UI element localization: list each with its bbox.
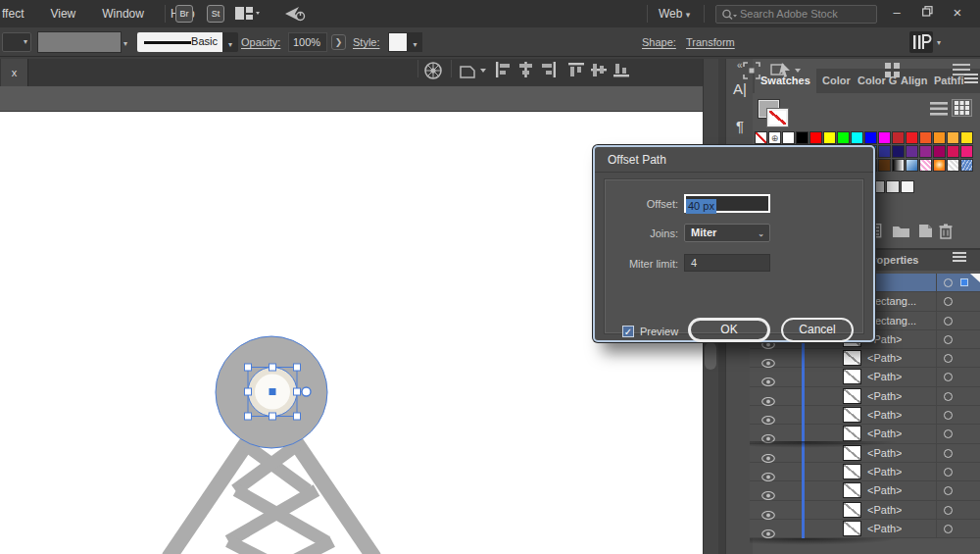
layer-thumbnail[interactable] (843, 426, 861, 441)
apps-grid-icon[interactable] (885, 63, 903, 77)
swatch-ffff00[interactable] (823, 131, 836, 144)
new-color-group-icon[interactable] (892, 224, 910, 238)
brush-definition[interactable]: Basic (137, 32, 222, 52)
fill-color-well[interactable] (37, 31, 122, 53)
align-center-v-icon[interactable] (591, 62, 608, 77)
list-view-icon[interactable] (930, 102, 948, 116)
target-circle[interactable] (944, 411, 953, 420)
layer-row-14[interactable]: <Path> (750, 520, 980, 538)
close-window-button[interactable]: × (945, 0, 970, 25)
align-center-h-icon[interactable] (517, 62, 534, 77)
swatch-ff0000[interactable] (809, 131, 822, 144)
swatch-d4145a[interactable] (947, 145, 959, 158)
scrollbar-thumb[interactable] (705, 342, 716, 370)
target-circle[interactable] (944, 486, 953, 495)
target-circle[interactable] (944, 506, 953, 515)
swatch-grad-blue[interactable] (906, 159, 918, 172)
transform-label[interactable]: Transform (686, 27, 735, 57)
layer-row-11[interactable]: <Path> (750, 463, 980, 481)
workspace-dropdown[interactable]: Web ▾ (659, 0, 690, 28)
swatch-grad-gray[interactable] (892, 159, 905, 172)
target-circle[interactable] (944, 525, 953, 533)
swatch-ffde17[interactable] (960, 131, 973, 144)
properties-panel-toggle[interactable] (909, 31, 933, 53)
layer-thumbnail[interactable] (843, 464, 861, 479)
swatch-0000ff[interactable] (864, 131, 877, 144)
preview-checkbox[interactable]: ✓ (622, 326, 634, 337)
control-menu-icon[interactable] (953, 64, 970, 76)
swatch-grad-orange[interactable] (933, 159, 946, 172)
swatch-1b1464[interactable] (892, 145, 905, 158)
layer-label[interactable]: <Path> (867, 352, 902, 364)
target-circle[interactable] (944, 297, 953, 306)
target-circle[interactable] (944, 278, 953, 287)
style-swatch[interactable] (388, 32, 408, 52)
shape-label[interactable]: Shape: (642, 27, 676, 57)
tab-color[interactable]: Color (816, 69, 857, 93)
align-left-icon[interactable] (495, 62, 512, 77)
swatch-93278f[interactable] (919, 145, 932, 158)
target-circle[interactable] (944, 392, 953, 401)
layer-label[interactable]: <Path> (867, 484, 902, 496)
layer-row-12[interactable]: <Path> (750, 481, 980, 500)
target-circle[interactable] (944, 354, 953, 363)
swatch-pat-blue[interactable] (960, 159, 973, 172)
stroke-proxy-none[interactable] (767, 109, 788, 126)
layer-label[interactable]: <Path> (867, 409, 902, 421)
menu-view[interactable]: View (50, 7, 75, 21)
swatch-000000[interactable] (796, 131, 808, 144)
swatch-ed1e79[interactable] (960, 145, 973, 158)
swatch-c1272d[interactable] (892, 131, 905, 144)
swatch-fbb03b[interactable] (947, 131, 959, 144)
swatch-662d91[interactable] (906, 145, 918, 158)
swatch-603813[interactable] (878, 159, 891, 172)
layer-label[interactable]: <Path> (867, 504, 902, 516)
menu-ffect[interactable]: ffect (2, 7, 24, 21)
layer-thumbnail[interactable] (843, 502, 861, 518)
layer-label[interactable]: <Path> (867, 428, 902, 439)
swatch-e4e4e4[interactable] (886, 180, 900, 193)
menu-window[interactable]: Window (102, 7, 144, 21)
character-panel-icon[interactable]: A| (730, 80, 750, 97)
layer-row-5[interactable]: <Path> (750, 349, 980, 368)
minimize-button[interactable]: – (884, 0, 909, 25)
swatch-9e005d[interactable] (933, 145, 946, 158)
stroke-profile-dropdown[interactable]: ▾ (2, 32, 31, 52)
swatch-ff00ff[interactable] (878, 131, 891, 144)
layer-row-13[interactable]: <Path> (750, 501, 980, 520)
layer-thumbnail[interactable] (843, 369, 861, 384)
arrange-document-icon[interactable] (459, 62, 488, 79)
swatch-pat-white[interactable] (947, 159, 959, 172)
isolate-object-icon[interactable] (770, 61, 802, 80)
align-right-icon[interactable] (540, 62, 557, 77)
target-circle[interactable] (944, 449, 953, 458)
delete-swatch-icon[interactable] (939, 224, 953, 239)
layer-thumbnail[interactable] (843, 407, 861, 423)
dialog-title[interactable]: Offset Path (595, 147, 873, 173)
swatch-registration[interactable]: ⊕ (768, 131, 781, 144)
align-top-icon[interactable] (568, 62, 585, 77)
offset-input[interactable]: 40 px (684, 194, 770, 213)
opacity-label[interactable]: Opacity: (241, 27, 280, 57)
collapse-panels-icon[interactable]: « (737, 60, 743, 71)
layer-label[interactable]: <Path> (867, 390, 902, 402)
document-tab-close[interactable]: x (1, 59, 28, 86)
swatch-ed1c24[interactable] (906, 131, 918, 144)
workspace-switcher-icon[interactable] (235, 7, 261, 25)
fill-chevron-icon[interactable]: ▾ (123, 39, 127, 48)
bridge-badge[interactable]: Br (175, 5, 193, 23)
ok-button[interactable]: OK (688, 318, 770, 342)
layer-row-8[interactable]: <Path> (750, 406, 980, 425)
layer-row-6[interactable]: <Path> (750, 368, 980, 386)
miter-limit-input[interactable]: 4 (684, 254, 770, 272)
swatch-pat-pink[interactable] (919, 159, 932, 172)
target-circle[interactable] (944, 317, 953, 326)
cancel-button[interactable]: Cancel (781, 318, 854, 342)
grid-view-icon[interactable] (952, 99, 972, 117)
panel-toggle-chevron[interactable]: ▾ (937, 38, 941, 47)
swatch-f15a24[interactable] (919, 131, 932, 144)
swatch-f7931e[interactable] (933, 131, 946, 144)
paragraph-panel-icon[interactable]: ¶ (730, 118, 750, 134)
layers-panel-menu-icon[interactable] (953, 252, 966, 264)
layer-thumbnail[interactable] (843, 350, 861, 366)
